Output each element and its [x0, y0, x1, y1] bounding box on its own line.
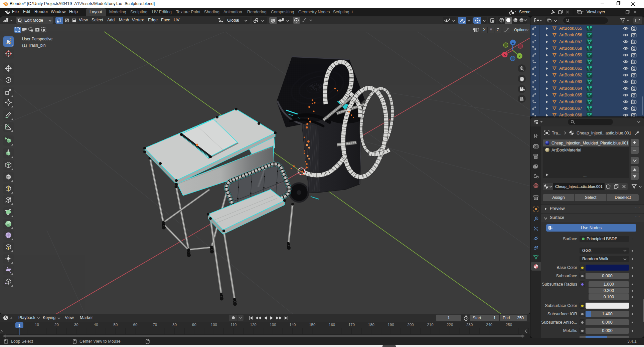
svg-text:Z: Z [512, 41, 514, 44]
svg-text:200: 200 [408, 323, 414, 327]
svg-text:160: 160 [329, 323, 335, 327]
svg-text:230: 230 [466, 323, 473, 327]
svg-text:X: X [504, 53, 506, 56]
svg-text:110: 110 [230, 323, 236, 327]
svg-text:70: 70 [153, 323, 157, 327]
svg-text:220: 220 [447, 323, 453, 327]
svg-text:20: 20 [54, 323, 59, 327]
svg-text:190: 190 [388, 323, 394, 327]
svg-text:120: 120 [250, 323, 257, 327]
svg-text:40: 40 [94, 323, 98, 327]
svg-text:210: 210 [427, 323, 433, 327]
svg-text:30: 30 [74, 323, 78, 327]
svg-text:100: 100 [211, 323, 217, 327]
svg-text:170: 170 [348, 323, 355, 327]
svg-text:1: 1 [18, 323, 20, 327]
svg-text:Y: Y [518, 54, 521, 58]
svg-text:150: 150 [309, 323, 315, 327]
svg-text:80: 80 [172, 323, 177, 327]
svg-text:90: 90 [192, 323, 196, 327]
svg-text:130: 130 [270, 323, 276, 327]
svg-text:250: 250 [506, 323, 512, 327]
svg-text:180: 180 [368, 323, 374, 327]
svg-text:60: 60 [133, 323, 138, 327]
svg-text:10: 10 [35, 323, 39, 327]
svg-text:240: 240 [486, 323, 492, 327]
svg-text:140: 140 [289, 323, 296, 327]
svg-text:50: 50 [114, 323, 118, 327]
